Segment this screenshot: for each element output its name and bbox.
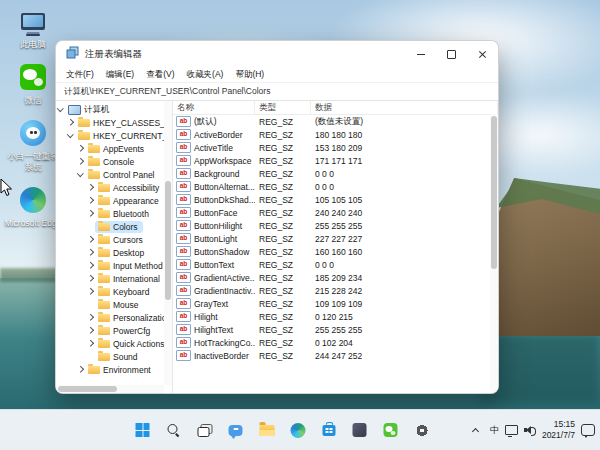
taskbar-wechat-button[interactable] bbox=[378, 417, 404, 443]
chevron-right-icon[interactable] bbox=[86, 326, 95, 335]
chevron-right-icon[interactable] bbox=[86, 209, 95, 218]
tree-item-mouse[interactable]: Mouse bbox=[56, 298, 172, 311]
registry-value-row[interactable]: abAppWorkspaceREG_SZ171 171 171 bbox=[173, 154, 498, 167]
tree-item-personalization[interactable]: Personalization bbox=[56, 311, 172, 324]
taskbar-explorer-button[interactable] bbox=[254, 417, 280, 443]
tree-item-appevents[interactable]: AppEvents bbox=[56, 142, 172, 155]
column-header-data[interactable]: 数据 bbox=[311, 101, 498, 114]
registry-value-row[interactable]: abHilightTextREG_SZ255 255 255 bbox=[173, 323, 498, 336]
folder-icon bbox=[78, 132, 90, 140]
tree-item-environment[interactable]: Environment bbox=[56, 363, 172, 376]
tree-item-keyboard[interactable]: Keyboard bbox=[56, 285, 172, 298]
registry-value-row[interactable]: ab(默认)REG_SZ(数值未设置) bbox=[173, 115, 498, 128]
registry-value-row[interactable]: abButtonLightREG_SZ227 227 227 bbox=[173, 232, 498, 245]
notification-icon[interactable] bbox=[581, 424, 595, 436]
tree-item-sound[interactable]: Sound bbox=[56, 350, 172, 363]
chevron-right-icon[interactable] bbox=[86, 196, 95, 205]
registry-value-row[interactable]: abGrayTextREG_SZ109 109 109 bbox=[173, 297, 498, 310]
tree-item-appearance[interactable]: Appearance bbox=[56, 194, 172, 207]
column-header-name[interactable]: 名称 bbox=[173, 101, 255, 114]
tree-item-accessibility[interactable]: Accessibility bbox=[56, 181, 172, 194]
registry-value-row[interactable]: abButtonShadowREG_SZ160 160 160 bbox=[173, 245, 498, 258]
registry-value-row[interactable]: abButtonAlternat...REG_SZ0 0 0 bbox=[173, 180, 498, 193]
start-button[interactable] bbox=[130, 417, 156, 443]
chevron-down-icon[interactable] bbox=[56, 105, 65, 114]
taskbar-app-button[interactable] bbox=[347, 417, 373, 443]
registry-value-row[interactable]: abGradientInactiv...REG_SZ215 228 242 bbox=[173, 284, 498, 297]
chevron-right-icon[interactable] bbox=[76, 365, 85, 374]
tree-item-hkey_classes_root[interactable]: HKEY_CLASSES_ROOT bbox=[56, 116, 172, 129]
scrollbar-thumb[interactable] bbox=[58, 386, 117, 392]
maximize-button[interactable] bbox=[436, 41, 467, 67]
tree-vertical-scrollbar[interactable] bbox=[164, 101, 172, 385]
input-method-indicator[interactable]: 中 bbox=[490, 424, 499, 437]
menu-edit[interactable]: 编辑(E) bbox=[100, 69, 140, 81]
tree-item-control-panel[interactable]: Control Panel bbox=[56, 168, 172, 181]
list-vertical-scrollbar[interactable] bbox=[490, 114, 498, 393]
tree-item-bluetooth[interactable]: Bluetooth bbox=[56, 207, 172, 220]
tray-clock[interactable]: 15:15 2021/7/7 bbox=[542, 419, 575, 441]
chevron-down-icon[interactable] bbox=[76, 170, 85, 179]
reg-sz-icon: ab bbox=[176, 194, 191, 205]
taskbar-taskview-button[interactable] bbox=[192, 417, 218, 443]
registry-value-row[interactable]: abButtonFaceREG_SZ240 240 240 bbox=[173, 206, 498, 219]
close-button[interactable] bbox=[467, 41, 498, 67]
tree-horizontal-scrollbar[interactable] bbox=[56, 385, 164, 393]
registry-value-row[interactable]: abBackgroundREG_SZ0 0 0 bbox=[173, 167, 498, 180]
chevron-right-icon[interactable] bbox=[86, 183, 95, 192]
menu-view[interactable]: 查看(V) bbox=[140, 69, 180, 81]
column-header-type[interactable]: 类型 bbox=[255, 101, 311, 114]
tree-item-input-method[interactable]: Input Method bbox=[56, 259, 172, 272]
tree-item-计算机[interactable]: 计算机 bbox=[56, 103, 172, 116]
address-bar[interactable]: 计算机\HKEY_CURRENT_USER\Control Panel\Colo… bbox=[56, 82, 498, 101]
registry-value-row[interactable]: abButtonHilightREG_SZ255 255 255 bbox=[173, 219, 498, 232]
menu-favorites[interactable]: 收藏夹(A) bbox=[181, 69, 230, 81]
taskbar-search-button[interactable] bbox=[161, 417, 187, 443]
tree-item-desktop[interactable]: Desktop bbox=[56, 246, 172, 259]
registry-value-row[interactable]: abGradientActive...REG_SZ185 209 234 bbox=[173, 271, 498, 284]
chevron-right-icon[interactable] bbox=[86, 313, 95, 322]
tree-item-quick-actions[interactable]: Quick Actions bbox=[56, 337, 172, 350]
registry-value-row[interactable]: abHilightREG_SZ0 120 215 bbox=[173, 310, 498, 323]
registry-value-row[interactable]: abHotTrackingCo...REG_SZ0 102 204 bbox=[173, 336, 498, 349]
taskbar-chat-button[interactable] bbox=[223, 417, 249, 443]
tree-item-hkey_current_user[interactable]: HKEY_CURRENT_USER bbox=[56, 129, 172, 142]
registry-value-row[interactable]: abButtonTextREG_SZ0 0 0 bbox=[173, 258, 498, 271]
chevron-right-icon[interactable] bbox=[86, 261, 95, 270]
tree-item-label: Cursors bbox=[113, 235, 145, 245]
tree-item-cursors[interactable]: Cursors bbox=[56, 233, 172, 246]
tray-overflow-button[interactable] bbox=[468, 417, 484, 443]
chevron-right-icon[interactable] bbox=[86, 339, 95, 348]
registry-value-row[interactable]: abActiveTitleREG_SZ153 180 209 bbox=[173, 141, 498, 154]
tree-item-international[interactable]: International bbox=[56, 272, 172, 285]
registry-value-row[interactable]: abActiveBorderREG_SZ180 180 180 bbox=[173, 128, 498, 141]
chevron-right-icon[interactable] bbox=[86, 248, 95, 257]
registry-value-row[interactable]: abButtonDkShad...REG_SZ105 105 105 bbox=[173, 193, 498, 206]
chevron-right-icon[interactable] bbox=[76, 157, 85, 166]
tree-item-console[interactable]: Console bbox=[56, 155, 172, 168]
desktop-icon-xiaobai[interactable]: 小白一键重装系统 bbox=[4, 118, 62, 171]
taskbar-store-button[interactable] bbox=[316, 417, 342, 443]
chevron-right-icon[interactable] bbox=[86, 274, 95, 283]
taskbar-edge-button[interactable] bbox=[285, 417, 311, 443]
registry-value-row[interactable]: abInactiveBorderREG_SZ244 247 252 bbox=[173, 349, 498, 362]
scrollbar-thumb[interactable] bbox=[491, 116, 497, 269]
menu-file[interactable]: 文件(F) bbox=[60, 69, 100, 81]
tree-item-colors[interactable]: Colors bbox=[56, 220, 172, 233]
chevron-right-icon[interactable] bbox=[66, 118, 75, 127]
tree-item-powercfg[interactable]: PowerCfg bbox=[56, 324, 172, 337]
network-icon[interactable] bbox=[505, 425, 518, 435]
desktop-icon-this-pc[interactable]: 此电脑 bbox=[4, 6, 62, 49]
chevron-right-icon[interactable] bbox=[86, 287, 95, 296]
title-bar[interactable]: 注册表编辑器 bbox=[56, 41, 498, 67]
desktop-icon-wechat[interactable]: 微信 bbox=[4, 62, 62, 105]
menu-help[interactable]: 帮助(H) bbox=[229, 69, 270, 81]
volume-icon[interactable] bbox=[524, 425, 536, 435]
chevron-right-icon[interactable] bbox=[86, 235, 95, 244]
chevron-right-icon[interactable] bbox=[76, 144, 85, 153]
minimize-button[interactable] bbox=[405, 41, 436, 67]
value-name: ActiveBorder bbox=[194, 130, 243, 140]
chevron-down-icon[interactable] bbox=[66, 131, 75, 140]
scrollbar-thumb[interactable] bbox=[165, 181, 171, 300]
taskbar-settings-button[interactable] bbox=[409, 417, 435, 443]
